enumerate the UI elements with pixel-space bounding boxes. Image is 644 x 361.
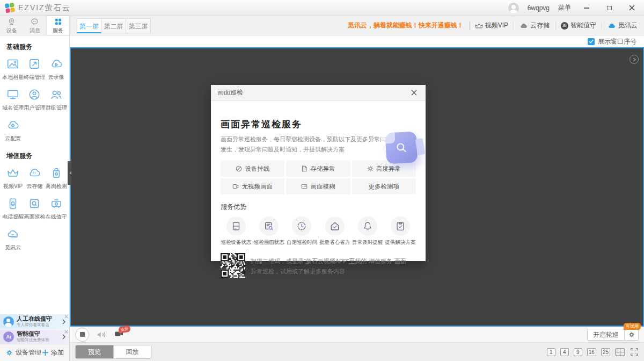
sidebar-item-cloud-config[interactable]: 云配置 (2, 118, 24, 142)
add-device-button[interactable]: 添加 (42, 348, 64, 357)
minimize-button[interactable] (580, 3, 594, 13)
message-icon (30, 17, 39, 26)
sidebar-item-video-vip[interactable]: 视频VIP (2, 166, 24, 190)
adv-timely-alert: 异常及时提醒 (352, 216, 383, 246)
screen-tabs: 第一屏 第二屏 第三屏 (77, 16, 151, 35)
check-storage-error[interactable]: 存储异常 (286, 161, 350, 177)
sidebar-item-phone-remind[interactable]: 电话提醒 (2, 197, 24, 221)
link-mixun-cloud[interactable]: 觅讯云 (608, 21, 638, 30)
link-smart-duty[interactable]: AI 智能值守 (561, 21, 596, 30)
phone-bell-icon (6, 197, 20, 211)
layout-25-button[interactable]: 25 (601, 348, 610, 356)
layout-16-button[interactable]: 16 (587, 348, 596, 356)
nav-tab-device[interactable]: 设备 (1, 16, 23, 35)
device-management-button[interactable]: 设备管理 (5, 348, 41, 357)
panel-expand-icon[interactable] (630, 55, 639, 64)
banner-human-duty[interactable]: 人工在线值守 专人帮你看家看店 (0, 314, 69, 329)
sidebar-item-mixun-cloud[interactable]: 觅讯云 (2, 227, 24, 251)
start-patrol-button[interactable]: 开启轮巡 (587, 329, 625, 341)
check-more-items[interactable]: 更多检测项 (352, 178, 416, 194)
sun-icon (367, 165, 374, 172)
leave-detect-icon (49, 166, 63, 180)
ezviz-logo-icon (5, 3, 15, 13)
sidebar-item-user-mgmt[interactable]: 用户管理 (24, 88, 45, 112)
trial-badge: 可试用 (624, 323, 641, 330)
stop-button[interactable] (75, 328, 89, 342)
nav-tab-message[interactable]: 消息 (24, 16, 46, 35)
view-mode-bar: 预览 回放 1 4 9 16 25 (70, 343, 644, 361)
check-device-offline[interactable]: 设备掉线 (221, 161, 284, 177)
dialog-title: 画面巡检 (217, 88, 243, 97)
adv-batch-easy: 批量省心省力 (319, 216, 350, 246)
service-heading: 画面异常巡检服务 (221, 118, 416, 131)
sidebar-item-terminal-mgmt[interactable]: 终端管理 (24, 57, 45, 81)
sidebar-collapse-handle[interactable] (68, 161, 71, 185)
human-duty-icon (3, 316, 14, 327)
sidebar-item-domain-mgmt[interactable]: 域名管理 (2, 88, 24, 112)
link-cloud-storage[interactable]: 云存储 (519, 21, 550, 30)
clipboard-check-icon (395, 221, 406, 232)
section-basic-services: 基础服务 (0, 35, 69, 56)
nav-tab-service[interactable]: 服务 (47, 16, 69, 35)
check-brightness-error[interactable]: 亮度异常 (352, 161, 416, 177)
sidebar-item-leave-detect[interactable]: 离岗检测 (46, 166, 67, 190)
sidebar-item-group-mgmt[interactable]: 群组管理 (46, 88, 67, 112)
show-window-number-label: 展示窗口序号 (598, 37, 636, 46)
plus-icon (42, 349, 49, 356)
crown-icon (475, 22, 483, 29)
qr-code (221, 253, 245, 280)
sidebar-item-cloud-record[interactable]: 云录像 (46, 57, 67, 81)
adv-solutions: 提供解决方案 (385, 216, 416, 246)
banner-smart-duty[interactable]: Ai 智能值守 智能算法免费体验 (0, 329, 69, 344)
menu-button[interactable]: 菜单 (558, 3, 571, 12)
service-icon (54, 17, 63, 26)
banner-close-icon[interactable] (64, 330, 68, 334)
playback-control-bar: 企业 可试用 开启轮巡 (70, 327, 644, 343)
blur-screen-icon (301, 183, 308, 190)
tab-preview[interactable]: 预览 (76, 345, 113, 358)
layout-1-button[interactable]: 1 (547, 348, 555, 356)
tab-screen-3[interactable]: 第三屏 (126, 18, 151, 33)
check-blur[interactable]: 画面模糊 (286, 178, 350, 194)
tab-screen-2[interactable]: 第二屏 (101, 18, 126, 33)
link-video-vip[interactable]: 视频VIP (475, 21, 508, 30)
cloud-record-icon (49, 57, 63, 71)
screen-patrol-dialog: 画面巡检 画面异常巡检服务 画面异常巡检服务，每日帮您检测设备，预防以下及更多异… (211, 85, 426, 261)
fullscreen-icon[interactable] (630, 348, 639, 356)
user-avatar[interactable] (508, 3, 519, 13)
speaker-icon[interactable] (97, 330, 107, 339)
app-title: EZVIZ萤石云 (18, 3, 71, 13)
tab-playback[interactable]: 回放 (113, 345, 151, 358)
chevron-right-icon (62, 334, 66, 340)
dialog-close-button[interactable] (409, 86, 419, 100)
sidebar-item-screen-patrol[interactable]: 画面巡检 (24, 197, 45, 221)
username[interactable]: 6wqpvg (528, 4, 550, 12)
layout-4-button[interactable]: 4 (560, 348, 569, 356)
sidebar-item-online-duty[interactable]: 在线值守 (46, 197, 67, 221)
patrol-icon (27, 197, 41, 211)
gear-icon (628, 331, 635, 338)
cloud-config-icon (6, 118, 20, 132)
sidebar-item-cloud-storage[interactable]: 云存储 (24, 166, 45, 190)
tab-screen-1[interactable]: 第一屏 (77, 18, 101, 33)
banner-close-icon[interactable] (64, 315, 68, 319)
layout-9-button[interactable]: 9 (574, 348, 582, 356)
no-video-icon (232, 183, 239, 190)
terminal-icon (27, 57, 41, 71)
show-window-number-checkbox[interactable] (588, 38, 595, 45)
advantages-title: 服务优势 (221, 203, 416, 212)
promo-banner[interactable]: 觅讯云，躺着就能赚钱！快来开通赚钱！ (348, 21, 464, 30)
close-button[interactable] (625, 3, 639, 13)
sidebar-item-local-album[interactable]: 本地相册 (2, 57, 24, 81)
user-icon (27, 88, 41, 102)
service-description: 画面异常巡检服务，每日帮您检测设备，预防以下及更多异常问题的发生，发现异常问题及… (221, 134, 399, 154)
patrol-settings-button[interactable] (625, 329, 639, 341)
check-no-video[interactable]: 无视频画面 (221, 178, 284, 194)
duty-camera-icon (49, 197, 63, 211)
toolbar: 设备 消息 服务 第一屏 第二屏 第三屏 觅讯云，躺着就能赚钱！快来开通赚钱！ … (0, 16, 644, 35)
custom-layout-icon[interactable] (615, 348, 625, 356)
doc-search-icon (264, 221, 274, 232)
magnifier-illustration-icon (385, 132, 418, 164)
enterprise-device-icon[interactable]: 企业 (114, 330, 124, 340)
maximize-button[interactable] (602, 3, 616, 13)
